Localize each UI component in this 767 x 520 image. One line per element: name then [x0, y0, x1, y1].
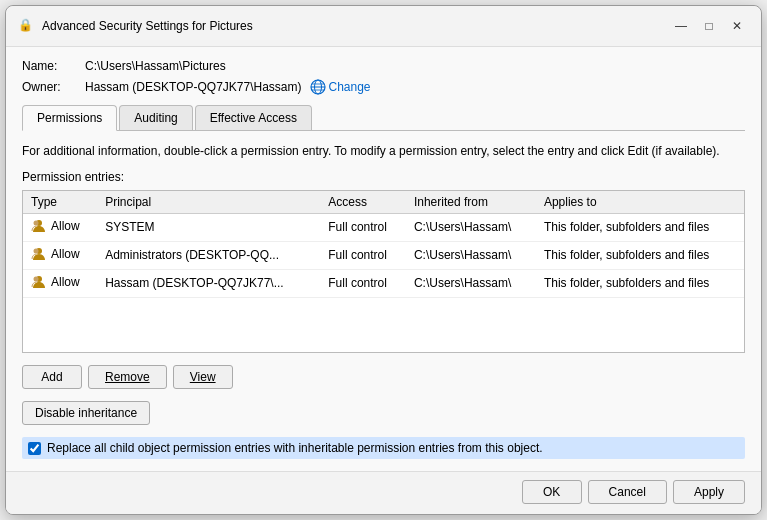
svg-point-8	[34, 248, 39, 253]
tab-permissions[interactable]: Permissions	[22, 105, 117, 131]
cell-principal: Administrators (DESKTOP-QQ...	[97, 241, 320, 269]
cell-applies: This folder, subfolders and files	[536, 213, 744, 241]
owner-row: Owner: Hassam (DESKTOP-QQ7JK77\Hassam) C…	[22, 79, 745, 95]
permissions-table-container[interactable]: Type Principal Access Inherited from App…	[22, 190, 745, 353]
title-bar: 🔒 Advanced Security Settings for Picture…	[6, 6, 761, 47]
cell-access: Full control	[320, 269, 406, 297]
cell-principal: Hassam (DESKTOP-QQ7JK77\...	[97, 269, 320, 297]
remove-button[interactable]: Remove	[88, 365, 167, 389]
main-window: 🔒 Advanced Security Settings for Picture…	[5, 5, 762, 515]
change-link[interactable]: Change	[310, 79, 371, 95]
window-icon: 🔒	[18, 18, 34, 34]
svg-point-10	[34, 276, 39, 281]
view-button[interactable]: View	[173, 365, 233, 389]
add-button[interactable]: Add	[22, 365, 82, 389]
inheritance-row: Disable inheritance	[22, 401, 745, 425]
close-button[interactable]: ✕	[725, 14, 749, 38]
section-label: Permission entries:	[22, 170, 745, 184]
ok-button[interactable]: OK	[522, 480, 582, 504]
cell-inherited: C:\Users\Hassam\	[406, 213, 536, 241]
disable-inheritance-button[interactable]: Disable inheritance	[22, 401, 150, 425]
cancel-button[interactable]: Cancel	[588, 480, 667, 504]
name-row: Name: C:\Users\Hassam\Pictures	[22, 59, 745, 73]
apply-button[interactable]: Apply	[673, 480, 745, 504]
col-access: Access	[320, 191, 406, 214]
replace-checkbox[interactable]	[28, 442, 41, 455]
title-controls: — □ ✕	[669, 14, 749, 38]
col-applies: Applies to	[536, 191, 744, 214]
col-type: Type	[23, 191, 97, 214]
tab-auditing[interactable]: Auditing	[119, 105, 192, 130]
description-text: For additional information, double-click…	[22, 143, 745, 160]
owner-value: Hassam (DESKTOP-QQ7JK77\Hassam)	[85, 80, 302, 94]
cell-inherited: C:\Users\Hassam\	[406, 241, 536, 269]
tabs-container: Permissions Auditing Effective Access	[22, 105, 745, 131]
user-icon	[31, 218, 47, 234]
cell-type: Allow	[23, 213, 97, 241]
owner-label: Owner:	[22, 80, 77, 94]
window-title: Advanced Security Settings for Pictures	[42, 19, 253, 33]
table-row[interactable]: Allow SYSTEM Full control C:\Users\Hassa…	[23, 213, 744, 241]
name-label: Name:	[22, 59, 77, 73]
cell-applies: This folder, subfolders and files	[536, 269, 744, 297]
table-header-row: Type Principal Access Inherited from App…	[23, 191, 744, 214]
cell-principal: SYSTEM	[97, 213, 320, 241]
table-row[interactable]: Allow Hassam (DESKTOP-QQ7JK77\... Full c…	[23, 269, 744, 297]
user-icon	[31, 274, 47, 290]
col-principal: Principal	[97, 191, 320, 214]
svg-point-6	[34, 220, 39, 225]
permissions-table: Type Principal Access Inherited from App…	[23, 191, 744, 298]
cell-applies: This folder, subfolders and files	[536, 241, 744, 269]
maximize-button[interactable]: □	[697, 14, 721, 38]
tab-effective-access[interactable]: Effective Access	[195, 105, 312, 130]
footer-buttons: OK Cancel Apply	[6, 471, 761, 514]
checkbox-row: Replace all child object permission entr…	[22, 437, 745, 459]
name-value: C:\Users\Hassam\Pictures	[85, 59, 226, 73]
minimize-button[interactable]: —	[669, 14, 693, 38]
cell-access: Full control	[320, 213, 406, 241]
cell-type: Allow	[23, 269, 97, 297]
cell-inherited: C:\Users\Hassam\	[406, 269, 536, 297]
checkbox-label: Replace all child object permission entr…	[47, 441, 543, 455]
table-row[interactable]: Allow Administrators (DESKTOP-QQ... Full…	[23, 241, 744, 269]
title-bar-left: 🔒 Advanced Security Settings for Picture…	[18, 18, 253, 34]
action-buttons: Add Remove View	[22, 365, 745, 389]
user-icon	[31, 246, 47, 262]
content-area: Name: C:\Users\Hassam\Pictures Owner: Ha…	[6, 47, 761, 471]
change-label: Change	[329, 80, 371, 94]
col-inherited: Inherited from	[406, 191, 536, 214]
cell-type: Allow	[23, 241, 97, 269]
globe-icon	[310, 79, 326, 95]
cell-access: Full control	[320, 241, 406, 269]
